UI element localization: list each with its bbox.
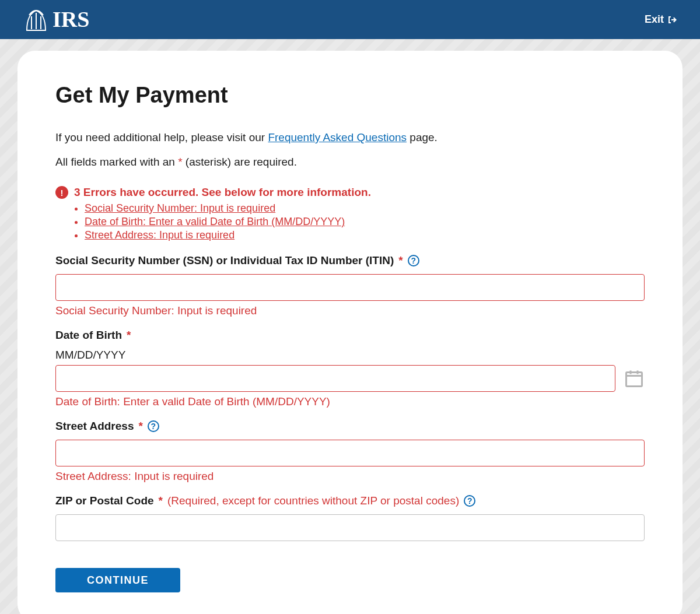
- zip-required-mark: *: [159, 494, 163, 507]
- faq-link[interactable]: Frequently Asked Questions: [268, 131, 407, 143]
- continue-button[interactable]: CONTINUE: [55, 568, 180, 592]
- error-summary-text: 3 Errors have occurred. See below for mo…: [74, 186, 371, 199]
- ssn-required-mark: *: [398, 254, 402, 267]
- zip-note: (Required, except for countries without …: [167, 494, 459, 507]
- field-dob: Date of Birth * MM/DD/YYYY Date of Birth…: [55, 329, 645, 408]
- ssn-error: Social Security Number: Input is require…: [55, 304, 645, 317]
- required-note-prefix: All fields marked with an: [55, 156, 178, 168]
- street-label: Street Address: [55, 420, 134, 433]
- ssn-label-row: Social Security Number (SSN) or Individu…: [55, 254, 645, 267]
- irs-wordmark-icon: IRS: [52, 8, 117, 31]
- irs-logo: IRS: [23, 8, 117, 31]
- help-icon[interactable]: ?: [464, 495, 475, 507]
- exit-icon: [667, 15, 677, 24]
- street-label-row: Street Address * ?: [55, 420, 645, 433]
- required-fields-note: All fields marked with an * (asterisk) a…: [55, 156, 645, 169]
- zip-label: ZIP or Postal Code: [55, 494, 154, 507]
- svg-rect-0: [626, 373, 642, 387]
- exit-button[interactable]: Exit: [645, 13, 677, 26]
- ssn-label: Social Security Number (SSN) or Individu…: [55, 254, 394, 267]
- help-icon[interactable]: ?: [408, 255, 419, 266]
- error-list: Social Security Number: Input is require…: [79, 202, 645, 241]
- error-link-dob[interactable]: Date of Birth: Enter a valid Date of Bir…: [85, 216, 345, 227]
- error-item: Social Security Number: Input is require…: [85, 202, 645, 215]
- field-zip: ZIP or Postal Code * (Required, except f…: [55, 494, 645, 541]
- street-required-mark: *: [138, 420, 142, 433]
- page-title: Get My Payment: [55, 83, 645, 108]
- brand-text: IRS: [52, 8, 89, 31]
- error-summary: ! 3 Errors have occurred. See below for …: [55, 186, 645, 241]
- ssn-input[interactable]: [55, 274, 645, 301]
- error-item: Street Address: Input is required: [85, 229, 645, 241]
- calendar-icon[interactable]: [624, 368, 645, 389]
- error-item: Date of Birth: Enter a valid Date of Bir…: [85, 216, 645, 228]
- intro-prefix: If you need additional help, please visi…: [55, 131, 268, 143]
- field-street: Street Address * ? Street Address: Input…: [55, 420, 645, 483]
- intro-text: If you need additional help, please visi…: [55, 131, 645, 144]
- top-bar: IRS Exit: [0, 0, 700, 39]
- dob-input-row: [55, 365, 645, 392]
- dob-required-mark: *: [127, 329, 131, 342]
- field-ssn: Social Security Number (SSN) or Individu…: [55, 254, 645, 317]
- exit-label: Exit: [645, 13, 664, 26]
- intro-suffix: page.: [407, 131, 438, 143]
- required-note-suffix: (asterisk) are required.: [183, 156, 297, 168]
- dob-label: Date of Birth: [55, 329, 122, 342]
- help-icon[interactable]: ?: [148, 420, 159, 432]
- street-error: Street Address: Input is required: [55, 470, 645, 483]
- dob-label-row: Date of Birth *: [55, 329, 645, 342]
- error-link-street[interactable]: Street Address: Input is required: [85, 229, 235, 241]
- page-background: Get My Payment If you need additional he…: [0, 39, 700, 614]
- dob-input[interactable]: [55, 365, 615, 392]
- dob-format-hint: MM/DD/YYYY: [55, 349, 645, 362]
- error-summary-heading: ! 3 Errors have occurred. See below for …: [55, 186, 645, 199]
- eagle-icon: [23, 8, 49, 31]
- alert-icon: !: [55, 186, 68, 199]
- content-card: Get My Payment If you need additional he…: [18, 51, 682, 614]
- error-link-ssn[interactable]: Social Security Number: Input is require…: [85, 202, 275, 214]
- zip-input[interactable]: [55, 514, 645, 541]
- zip-label-row: ZIP or Postal Code * (Required, except f…: [55, 494, 645, 507]
- asterisk-mark: *: [178, 156, 182, 168]
- street-input[interactable]: [55, 440, 645, 466]
- dob-error: Date of Birth: Enter a valid Date of Bir…: [55, 395, 645, 408]
